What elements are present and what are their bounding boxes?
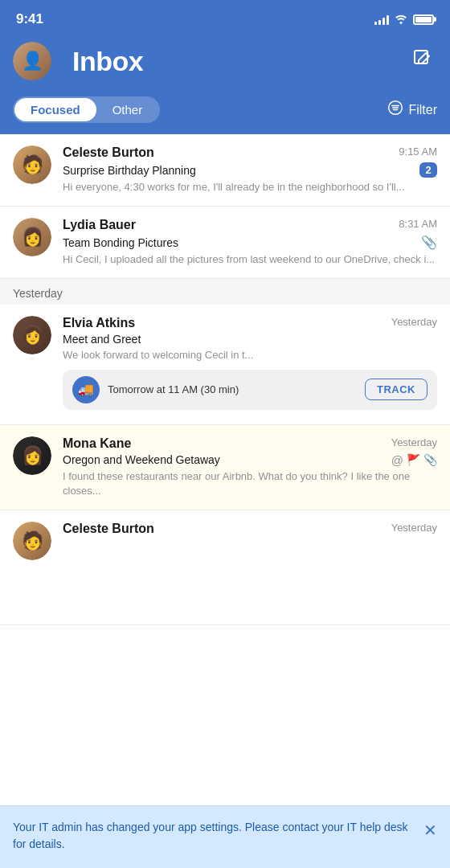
email-subject-row: Meet and Greet [63, 333, 437, 346]
email-content: Lydia Bauer 8:31 AM Team Bonding Picture… [63, 218, 437, 267]
email-subject: Oregon and Weekend Getaway [63, 453, 220, 466]
email-preview: Hi Cecil, I uploaded all the pictures fr… [63, 252, 437, 267]
avatar[interactable]: 👤 [13, 42, 51, 80]
email-time: 9:15 AM [399, 145, 437, 158]
email-preview: Hi everyone, 4:30 works for me, I'll alr… [63, 180, 437, 194]
email-sender: Mona Kane [63, 436, 131, 451]
tracking-text: Tomorrow at 11 AM (30 min) [108, 383, 239, 395]
email-content: Celeste Burton Yesterday [63, 522, 437, 538]
email-preview: I found these restaurants near our Airbn… [63, 469, 437, 498]
section-header-yesterday: Yesterday [0, 279, 450, 305]
email-header-row: Mona Kane Yesterday [63, 436, 437, 451]
list-item[interactable]: 🧑 Celeste Burton 9:15 AM Surprise Birthd… [0, 134, 450, 207]
inbox-title: Inbox [72, 46, 143, 77]
battery-icon [413, 14, 434, 25]
email-badge: 2 [419, 162, 437, 178]
email-time: 8:31 AM [399, 218, 437, 230]
email-time: Yesterday [391, 436, 437, 448]
compose-button[interactable] [408, 47, 437, 76]
tracking-banner: 🚚 Tomorrow at 11 AM (30 min) TRACK [63, 370, 437, 410]
email-subject-row: Oregon and Weekend Getaway @ 🚩 📎 [63, 453, 437, 467]
filter-icon [387, 100, 403, 120]
truck-icon-circle: 🚚 [72, 376, 100, 403]
filter-button[interactable]: Filter [387, 100, 437, 120]
wifi-icon [394, 13, 408, 27]
email-subject: Surprise Birthday Planning [63, 164, 196, 177]
status-icons [374, 13, 434, 27]
track-button[interactable]: TRACK [365, 379, 428, 400]
unread-indicator [13, 174, 18, 182]
email-content: Elvia Atkins Yesterday Meet and Greet We… [63, 316, 437, 412]
list-item[interactable]: 👩 Lydia Bauer 8:31 AM Team Bonding Pictu… [0, 207, 450, 279]
email-header-row: Elvia Atkins Yesterday [63, 316, 437, 330]
email-subject-row: Surprise Birthday Planning 2 [63, 162, 437, 178]
flag-icon: 🚩 [407, 453, 420, 466]
signal-icon [374, 14, 389, 25]
email-subject: Meet and Greet [63, 333, 141, 346]
list-item[interactable]: 👩 Mona Kane Yesterday Oregon and Weekend… [0, 425, 450, 510]
email-preview: We look forward to welcoming Cecil in t.… [63, 348, 437, 362]
email-header-row: Celeste Burton Yesterday [63, 522, 437, 536]
email-icons: @ 🚩 📎 [391, 453, 437, 467]
status-bar: 9:41 [0, 0, 450, 35]
truck-icon: 🚚 [78, 382, 94, 397]
email-list: 🧑 Celeste Burton 9:15 AM Surprise Birthd… [0, 134, 450, 625]
avatar: 👩 [13, 218, 51, 256]
email-time: Yesterday [391, 316, 437, 328]
close-notification-button[interactable]: ✕ [423, 821, 437, 840]
paperclip-icon: 📎 [421, 235, 437, 250]
avatar: 🧑 [13, 145, 51, 184]
email-sender: Celeste Burton [63, 522, 154, 536]
tab-focused[interactable]: Focused [14, 98, 96, 121]
email-time: Yesterday [391, 522, 437, 534]
header-left: 👤 Inbox [13, 42, 143, 80]
avatar: 🧑 [13, 522, 51, 560]
email-content: Celeste Burton 9:15 AM Surprise Birthday… [63, 145, 437, 194]
tab-bar: Focused Other Filter [0, 90, 450, 134]
compose-icon [412, 48, 433, 74]
list-item[interactable]: 🧑 Celeste Burton Yesterday [0, 510, 450, 625]
email-subject: Team Bonding Pictures [63, 236, 178, 249]
svg-point-0 [400, 21, 403, 23]
email-sender: Elvia Atkins [63, 316, 135, 330]
avatar: 👩 [13, 436, 51, 475]
list-item[interactable]: 👩 Elvia Atkins Yesterday Meet and Greet … [0, 305, 450, 424]
email-header-row: Celeste Burton 9:15 AM [63, 145, 437, 160]
tab-pills: Focused Other [13, 96, 160, 123]
header: 👤 Inbox [0, 35, 450, 90]
at-icon: @ [391, 453, 403, 467]
paperclip-icon: 📎 [423, 453, 437, 466]
email-sender: Celeste Burton [63, 145, 154, 160]
tab-other[interactable]: Other [96, 98, 159, 121]
email-content: Mona Kane Yesterday Oregon and Weekend G… [63, 436, 437, 498]
avatar: 👩 [13, 316, 51, 354]
email-header-row: Lydia Bauer 8:31 AM [63, 218, 437, 232]
filter-label: Filter [408, 103, 437, 117]
tracking-left: 🚚 Tomorrow at 11 AM (30 min) [72, 376, 239, 403]
status-time: 9:41 [16, 11, 43, 27]
email-subject-row: Team Bonding Pictures 📎 [63, 235, 437, 250]
notification-text: Your IT admin has changed your app setti… [13, 819, 415, 852]
email-sender: Lydia Bauer [63, 218, 136, 232]
bottom-notification: Your IT admin has changed your app setti… [0, 805, 450, 868]
